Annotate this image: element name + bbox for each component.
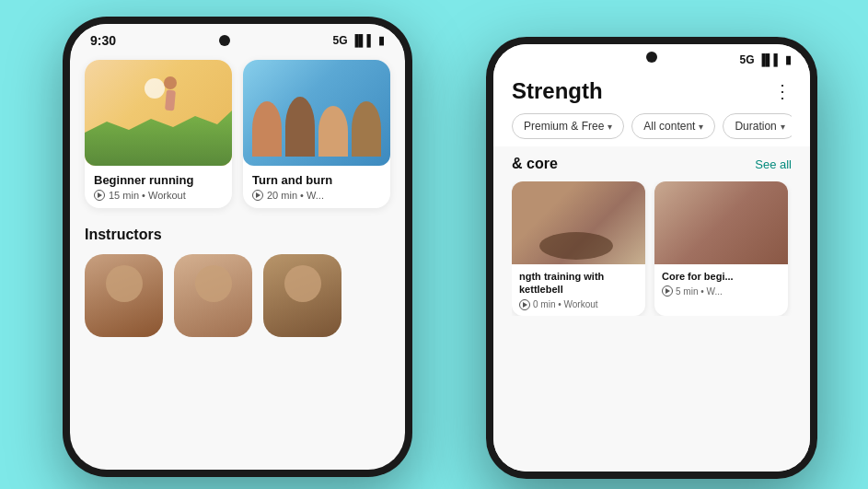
chip-all-content[interactable]: All content ▾ bbox=[631, 113, 715, 139]
avatar-face-1 bbox=[106, 265, 143, 302]
workout-cards-section: Beginner running 15 min • Workout bbox=[70, 52, 405, 215]
avatar-face-3 bbox=[284, 265, 321, 302]
signal-bars-right: ▐▌▌ bbox=[758, 53, 781, 66]
filter-chips: Premium & Free ▾ All content ▾ Duration … bbox=[512, 113, 792, 139]
right-screen-title: Strength bbox=[512, 78, 603, 104]
card-title-turn-burn: Turn and burn bbox=[252, 173, 381, 187]
battery-left: ▮ bbox=[378, 34, 385, 47]
card-image-running bbox=[85, 60, 232, 166]
instructor-avatar-1[interactable] bbox=[85, 254, 163, 337]
h-card-img-kettlebell bbox=[512, 181, 645, 264]
person-4 bbox=[352, 101, 381, 157]
core-image bbox=[654, 181, 788, 264]
h-card-img-core bbox=[654, 181, 788, 264]
chip-duration-arrow: ▾ bbox=[781, 122, 785, 132]
person-1 bbox=[252, 101, 282, 157]
runner bbox=[158, 76, 181, 122]
instructors-section: Instructors bbox=[70, 215, 405, 344]
play-icon-running bbox=[94, 190, 105, 201]
camera-notch-right bbox=[646, 52, 657, 63]
person-3 bbox=[318, 106, 348, 157]
camera-notch-left bbox=[219, 35, 230, 46]
h-card-meta-kettlebell: 0 min • Workout bbox=[533, 299, 598, 309]
chip-premium-free[interactable]: Premium & Free ▾ bbox=[512, 113, 624, 139]
chip-all-content-arrow: ▾ bbox=[699, 122, 703, 132]
signal-bars-left: ▐▌▌ bbox=[351, 34, 375, 47]
h-card-title-kettlebell: ngth training with kettlebell bbox=[519, 270, 638, 297]
play-icon-turn-burn bbox=[252, 190, 263, 201]
play-icon-core bbox=[662, 285, 673, 297]
status-bar-right: 5G ▐▌▌ ▮ bbox=[493, 44, 810, 71]
card-image-group bbox=[243, 60, 390, 166]
workout-card-turn-burn[interactable]: Turn and burn 20 min • W... bbox=[243, 60, 390, 208]
chip-duration-label: Duration bbox=[735, 120, 776, 133]
status-bar-left: 9:30 5G ▐▌▌ ▮ bbox=[70, 24, 405, 52]
h-card-meta-core: 5 min • W... bbox=[676, 286, 723, 297]
chip-all-content-label: All content bbox=[643, 120, 695, 133]
more-button[interactable]: ⋮ bbox=[773, 80, 792, 102]
see-all-link[interactable]: See all bbox=[755, 157, 792, 171]
instructors-title: Instructors bbox=[85, 227, 390, 243]
horizontal-cards: ngth training with kettlebell 0 min • Wo… bbox=[512, 181, 792, 316]
card-meta-running: 15 min • Workout bbox=[109, 190, 186, 201]
card-title-running: Beginner running bbox=[94, 173, 223, 187]
h-card-core[interactable]: Core for begi... 5 min • W... bbox=[654, 181, 788, 316]
h-card-kettlebell[interactable]: ngth training with kettlebell 0 min • Wo… bbox=[512, 181, 645, 316]
status-icons-right: 5G ▐▌▌ ▮ bbox=[739, 53, 792, 66]
chip-duration[interactable]: Duration ▾ bbox=[723, 113, 792, 139]
content-section-title: & core bbox=[512, 156, 558, 172]
person-2 bbox=[285, 97, 315, 157]
hands-image bbox=[512, 181, 645, 264]
battery-right: ▮ bbox=[785, 53, 792, 66]
signal-5g-right: 5G bbox=[739, 53, 754, 66]
card-meta-turn-burn: 20 min • W... bbox=[267, 190, 324, 201]
instructors-row bbox=[85, 254, 390, 337]
status-time-left: 9:30 bbox=[90, 33, 116, 48]
right-header: Strength ⋮ Premium & Free ▾ All content … bbox=[493, 71, 810, 146]
right-content: & core See all ngth training with kettle… bbox=[493, 146, 810, 472]
h-card-title-core: Core for begi... bbox=[662, 270, 781, 283]
play-icon-kettlebell bbox=[519, 299, 530, 310]
content-section-core: & core See all ngth training with kettle… bbox=[493, 156, 810, 316]
avatar-face-2 bbox=[195, 265, 232, 302]
chip-premium-free-label: Premium & Free bbox=[524, 120, 604, 133]
left-phone: 9:30 5G ▐▌▌ ▮ Beginner runnin bbox=[63, 17, 412, 477]
status-icons-left: 5G ▐▌▌ ▮ bbox=[332, 34, 385, 47]
instructor-avatar-2[interactable] bbox=[174, 254, 252, 337]
workout-card-running[interactable]: Beginner running 15 min • Workout bbox=[85, 60, 232, 208]
signal-5g-left: 5G bbox=[332, 34, 347, 47]
right-phone: 5G ▐▌▌ ▮ Strength ⋮ Premium & Free ▾ All… bbox=[486, 37, 817, 479]
chip-premium-free-arrow: ▾ bbox=[608, 122, 612, 132]
instructor-avatar-3[interactable] bbox=[263, 254, 341, 337]
